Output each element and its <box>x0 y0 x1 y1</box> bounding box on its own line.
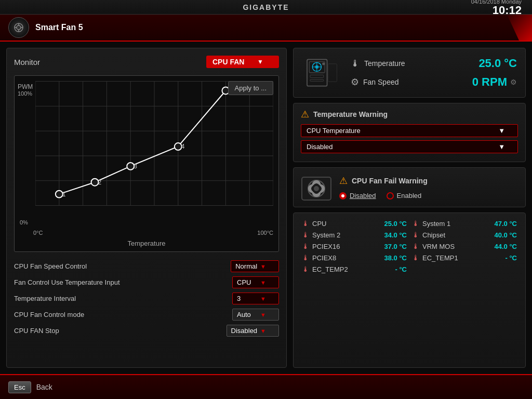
fan-stop-value: Disabled <box>231 327 258 335</box>
chart-100c-label: 100°C <box>257 230 273 236</box>
temp-input-dropdown[interactable]: CPU ▼ <box>232 276 279 288</box>
fan-fail-enabled-option[interactable]: Enabled <box>387 192 422 200</box>
temperature-row: 🌡 Temperature 25.0 °C <box>351 57 517 70</box>
fan-fail-content: ⚠ CPU Fan Fail Warning Disabled Enabled <box>339 175 518 200</box>
top-bar: GIGABYTE 04/16/2018 Monday 10:12 <box>0 0 532 15</box>
fan-fail-card: ⚠ CPU Fan Fail Warning Disabled Enabled <box>293 167 526 207</box>
fan-control-mode-value: Auto <box>237 311 251 318</box>
svg-point-29 <box>175 143 182 150</box>
settings-section: CPU Fan Speed Control Normal ▼ Fan Contr… <box>14 260 279 337</box>
reading-icon-system1: 🌡 <box>412 219 419 228</box>
monitor-label: Monitor <box>14 58 40 66</box>
fan-fail-disabled-label: Disabled <box>350 192 376 200</box>
svg-text:1: 1 <box>62 191 66 198</box>
temp-input-value: CPU <box>237 278 251 286</box>
reading-system1: 🌡 System 1 47.0 °C <box>412 219 517 228</box>
app-title: GIGABYTE <box>243 3 289 11</box>
svg-point-27 <box>127 163 134 170</box>
fan-stop-dropdown[interactable]: Disabled ▼ <box>227 325 279 337</box>
svg-text:2: 2 <box>98 179 101 186</box>
svg-point-1 <box>17 25 21 30</box>
temp-warning-source-row: CPU Temperature ▼ <box>301 124 518 137</box>
dd-arrow-0: ▼ <box>260 263 266 270</box>
fan-settings-icon[interactable]: ⚙ <box>510 78 517 86</box>
reading-value-system1: 47.0 °C <box>488 220 517 228</box>
chart-pwm-label: PWM <box>18 83 33 90</box>
reading-name-system1: System 1 <box>422 220 454 228</box>
reading-name-cpu: CPU <box>312 220 343 228</box>
cpu-fan-speed-value: Normal <box>235 262 257 270</box>
reading-pciex8: 🌡 PCIEX8 38.0 °C <box>302 254 407 262</box>
chart-100-label: 100% <box>18 90 32 97</box>
esc-button[interactable]: Esc <box>8 381 31 393</box>
reading-pciex16: 🌡 PCIEX16 37.0 °C <box>302 242 407 250</box>
temp-warning-title: Temperature Warning <box>313 110 388 118</box>
fan-icon: ⚙ <box>351 76 359 88</box>
fan-fail-warning-icon: ⚠ <box>339 175 348 187</box>
fan-fail-enabled-label: Enabled <box>397 192 422 200</box>
fan-fail-enabled-radio[interactable] <box>387 192 394 200</box>
temp-warning-threshold-dropdown[interactable]: Disabled ▼ <box>301 140 518 153</box>
svg-text:3: 3 <box>134 163 137 170</box>
fan-speed-row: ⚙ Fan Speed 0 RPM ⚙ <box>351 75 517 89</box>
setting-label-4: CPU FAN Stop <box>14 327 227 335</box>
temp-warning-header: ⚠ Temperature Warning <box>301 109 518 120</box>
setting-row-1: Fan Control Use Temperature Input CPU ▼ <box>14 276 279 288</box>
monitor-fan-value: CPU FAN <box>212 58 244 66</box>
reading-value-pciex8: 38.0 °C <box>378 254 407 262</box>
monitor-fan-dropdown[interactable]: CPU FAN ▼ <box>206 56 279 68</box>
svg-text:4: 4 <box>181 143 185 150</box>
temp-interval-value: 3 <box>237 295 241 302</box>
temp-fan-card: 🌡 Temperature 25.0 °C ⚙ Fan Speed 0 RPM … <box>293 48 526 98</box>
temp-warning-threshold-value: Disabled <box>307 143 333 151</box>
fan-fail-radio-group: Disabled Enabled <box>339 192 518 200</box>
monitor-dropdown-arrow: ▼ <box>257 58 263 65</box>
reading-cpu: 🌡 CPU 25.0 °C <box>302 219 407 228</box>
reading-icon-cpu: 🌡 <box>302 219 309 228</box>
right-panel: 🌡 Temperature 25.0 °C ⚙ Fan Speed 0 RPM … <box>293 48 526 368</box>
main-content: Monitor CPU FAN ▼ PWM 100% 0% 0°C 100°C … <box>0 42 532 374</box>
fan-fail-title: CPU Fan Fail Warning <box>352 177 428 185</box>
reading-icon-ectemp1: 🌡 <box>412 254 419 262</box>
logo-bar: Smart Fan 5 <box>0 15 532 42</box>
logo-decoration <box>470 15 532 42</box>
apply-to-button[interactable]: Apply to ... <box>228 81 273 95</box>
fan-control-mode-dropdown[interactable]: Auto ▼ <box>232 309 279 321</box>
fan-curve-svg: 1 2 3 4 5 <box>35 81 273 216</box>
reading-icon-vrmmos: 🌡 <box>412 242 419 250</box>
fan-speed-value: 0 RPM <box>472 75 507 89</box>
reading-icon-pciex16: 🌡 <box>302 242 309 250</box>
reading-system2: 🌡 System 2 34.0 °C <box>302 231 407 239</box>
temp-warning-threshold-row: Disabled ▼ <box>301 140 518 153</box>
setting-row-2: Temperature Interval 3 ▼ <box>14 292 279 304</box>
temp-fan-values: 🌡 Temperature 25.0 °C ⚙ Fan Speed 0 RPM … <box>351 57 517 89</box>
reading-icon-chipset: 🌡 <box>412 231 419 239</box>
temp-interval-dropdown[interactable]: 3 ▼ <box>232 292 279 304</box>
reading-name-ectemp1: EC_TEMP1 <box>422 254 458 262</box>
svg-point-23 <box>56 191 63 198</box>
fan-fail-disabled-radio[interactable] <box>339 192 347 200</box>
fan-fail-disabled-option[interactable]: Disabled <box>339 192 376 200</box>
temperature-label: Temperature <box>364 59 478 68</box>
chart-0c-label: 0°C <box>33 230 43 236</box>
setting-row-4: CPU FAN Stop Disabled ▼ <box>14 325 279 337</box>
setting-row-0: CPU Fan Speed Control Normal ▼ <box>14 260 279 272</box>
reading-ectemp1: 🌡 EC_TEMP1 - °C <box>412 254 517 262</box>
dd-arrow-3: ▼ <box>260 312 266 318</box>
cpu-fan-speed-control-dropdown[interactable]: Normal ▼ <box>231 260 279 272</box>
reading-value-ectemp1: - °C <box>488 254 517 262</box>
reading-name-ectemp2: EC_TEMP2 <box>312 265 348 273</box>
svg-rect-39 <box>310 75 324 77</box>
svg-point-25 <box>91 179 99 186</box>
svg-point-45 <box>314 186 319 191</box>
reading-name-vrmmos: VRM MOS <box>422 243 455 250</box>
temp-warning-source-dropdown[interactable]: CPU Temperature ▼ <box>301 124 518 137</box>
thermometer-icon: 🌡 <box>351 58 360 69</box>
temp-warning-icon: ⚠ <box>301 109 309 120</box>
app-subtitle: Smart Fan 5 <box>35 23 83 32</box>
reading-name-pciex8: PCIEX8 <box>312 254 343 262</box>
temp-warning-threshold-arrow: ▼ <box>498 143 505 151</box>
monitor-row: Monitor CPU FAN ▼ <box>14 56 279 68</box>
reading-chipset: 🌡 Chipset 40.0 °C <box>412 231 517 239</box>
datetime-display: 04/16/2018 Monday 10:12 <box>471 0 522 16</box>
